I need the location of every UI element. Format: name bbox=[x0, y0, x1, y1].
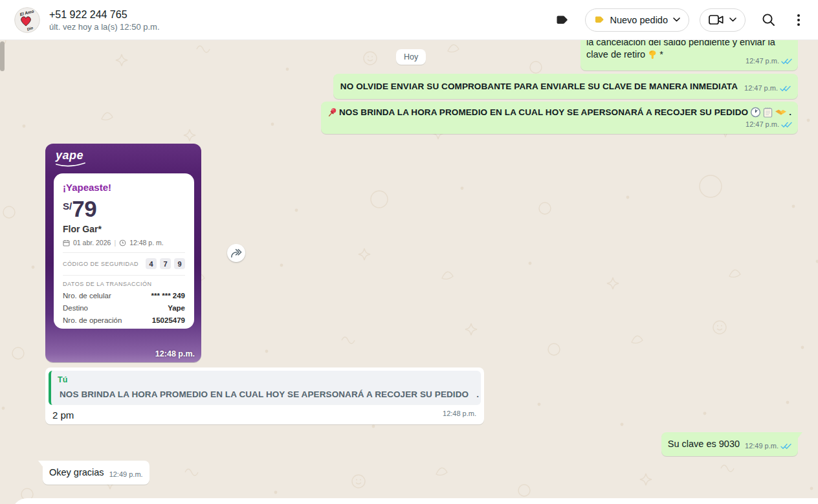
message-incoming-okey[interactable]: Okey gracias 12:49 p.m. bbox=[43, 461, 149, 485]
message-time: 12:48 p.m. bbox=[155, 349, 195, 358]
label-icon bbox=[555, 13, 569, 27]
receipt-title: ¡Yapeaste! bbox=[63, 182, 185, 193]
forward-message-button[interactable] bbox=[227, 244, 245, 262]
security-code-label: CÓDIGO DE SEGURIDAD bbox=[63, 261, 138, 267]
yape-logo-underline bbox=[55, 162, 86, 167]
receipt-datetime: 01 abr. 2026 | 12:48 p. m. bbox=[63, 239, 185, 247]
contact-avatar[interactable]: El Amo Dio bbox=[14, 7, 40, 33]
message-text: NOS BRINDA LA HORA PROMEDIO EN LA CUAL H… bbox=[339, 106, 748, 118]
notepad-emoji-icon bbox=[763, 107, 773, 118]
header-actions: Nuevo pedido bbox=[550, 8, 807, 32]
video-call-dropdown[interactable] bbox=[700, 8, 746, 32]
message-meta: 12:47 p.m. bbox=[744, 82, 791, 94]
message-time: 12:47 p.m. bbox=[744, 82, 778, 94]
message-meta: 12:49 p.m. bbox=[745, 440, 791, 452]
search-icon bbox=[762, 13, 775, 27]
message-time: 12:49 p.m. bbox=[109, 468, 143, 481]
chevron-down-icon bbox=[729, 17, 736, 22]
clock-icon bbox=[119, 239, 126, 247]
message-time: 12:48 p.m. bbox=[443, 408, 476, 420]
last-seen-status: últ. vez hoy a la(s) 12:50 p.m. bbox=[49, 22, 160, 32]
chat-header: El Amo Dio +51 922 244 765 últ. vez hoy … bbox=[0, 0, 818, 40]
receipt-amount: S/ 79 bbox=[63, 198, 185, 219]
contact-name: +51 922 244 765 bbox=[49, 8, 160, 21]
pushpin-emoji-icon bbox=[327, 107, 337, 117]
yape-logo: yape bbox=[56, 149, 83, 162]
search-button[interactable] bbox=[756, 8, 780, 32]
message-outgoing-clave[interactable]: Su clave es 9030 12:49 p.m. bbox=[661, 432, 798, 456]
kebab-menu-icon bbox=[797, 14, 800, 26]
message-text: Okey gracias bbox=[49, 466, 104, 479]
message-compose-bar[interactable] bbox=[12, 498, 818, 504]
security-code-digits: 4 7 9 bbox=[146, 258, 185, 269]
bubble-tail bbox=[38, 461, 43, 468]
bubble-tail bbox=[797, 432, 802, 439]
transaction-data-label: DATOS DE LA TRANSACCIÓN bbox=[63, 281, 185, 287]
tag-icon bbox=[594, 14, 605, 25]
message-outgoing-hora-promedio[interactable]: NOS BRINDA LA HORA PROMEDIO EN LA CUAL H… bbox=[321, 102, 798, 134]
transaction-row: Nro. de operación 15025479 bbox=[63, 316, 185, 324]
handshake-emoji-icon bbox=[775, 108, 787, 117]
security-code-row: CÓDIGO DE SEGURIDAD 4 7 9 bbox=[63, 258, 185, 269]
clock-emoji-icon bbox=[750, 107, 761, 118]
message-text: Su clave es 9030 bbox=[668, 438, 740, 450]
calendar-icon bbox=[63, 239, 70, 247]
amount-value: 79 bbox=[72, 198, 96, 219]
message-outgoing-no-olvide[interactable]: NO OLVIDE ENVIAR SU COMPROBANTE PARA ENV… bbox=[333, 74, 798, 99]
message-text: 2 pm bbox=[49, 405, 481, 421]
quote-author: Tú bbox=[58, 374, 474, 386]
quoted-message[interactable]: Tú NOS BRINDA LA HORA PROMEDIO EN LA CUA… bbox=[49, 371, 481, 405]
message-incoming-reply[interactable]: Tú NOS BRINDA LA HORA PROMEDIO EN LA CUA… bbox=[45, 367, 484, 424]
order-status-label: Nuevo pedido bbox=[610, 15, 669, 25]
message-time: 12:49 p.m. bbox=[745, 440, 779, 452]
message-meta: 12:47 p.m. bbox=[746, 55, 792, 67]
receipt-date: 01 abr. 2026 bbox=[73, 239, 111, 247]
quote-text: NOS BRINDA LA HORA PROMEDIO EN LA CUAL H… bbox=[58, 388, 474, 400]
menu-button[interactable] bbox=[791, 8, 806, 32]
label-filter-button[interactable] bbox=[550, 8, 575, 32]
receipt-time: 12:48 p. m. bbox=[129, 239, 164, 247]
read-ticks-icon bbox=[780, 443, 791, 450]
contact-info[interactable]: +51 922 244 765 últ. vez hoy a la(s) 12:… bbox=[49, 8, 160, 32]
message-text: NO OLVIDE ENVIAR SU COMPROBANTE PARA ENV… bbox=[340, 80, 738, 93]
message-time: 12:47 p.m. bbox=[746, 118, 779, 131]
forward-icon bbox=[230, 248, 242, 258]
transaction-row: Destino Yape bbox=[63, 304, 185, 312]
receipt-card: ¡Yapeaste! S/ 79 Flor Gar* 01 abr. 2026 … bbox=[54, 173, 194, 329]
video-camera-icon bbox=[709, 14, 724, 25]
read-ticks-icon bbox=[781, 58, 792, 65]
message-meta: 12:47 p.m. bbox=[746, 118, 792, 131]
currency-symbol: S/ bbox=[63, 201, 72, 212]
yape-receipt-image-message[interactable]: yape ¡Yapeaste! S/ 79 Flor Gar* 01 abr. … bbox=[45, 144, 201, 362]
scrollbar-thumb[interactable] bbox=[0, 41, 5, 71]
transaction-row: Nro. de celular *** *** 249 bbox=[63, 292, 185, 300]
point-down-emoji-icon bbox=[648, 50, 657, 60]
date-divider: Hoy bbox=[396, 49, 426, 65]
chevron-down-icon bbox=[673, 17, 680, 22]
order-status-dropdown[interactable]: Nuevo pedido bbox=[585, 8, 690, 32]
read-ticks-icon bbox=[780, 85, 791, 92]
payer-name: Flor Gar* bbox=[63, 224, 185, 234]
message-time: 12:47 p.m. bbox=[746, 55, 779, 67]
read-ticks-icon bbox=[781, 122, 792, 128]
